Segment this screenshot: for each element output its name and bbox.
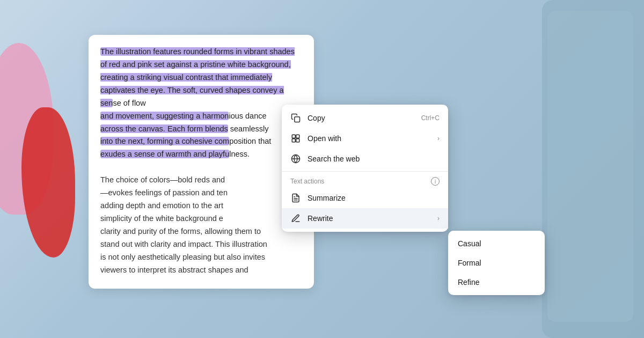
search-web-label: Search the web — [308, 155, 440, 163]
text-actions-label: Text actions — [290, 178, 324, 185]
menu-item-rewrite[interactable]: Rewrite › — [282, 208, 448, 229]
copy-icon — [290, 113, 301, 123]
menu-item-open-with[interactable]: Open with › — [282, 128, 448, 149]
highlighted-text-3: across the canvas. Each form blends — [100, 124, 228, 133]
svg-rect-1 — [292, 135, 295, 138]
summarize-icon — [290, 193, 301, 203]
text-actions-section: Text actions i — [282, 174, 448, 188]
svg-rect-2 — [296, 135, 299, 138]
highlighted-text-4: into the next, forming a cohesive com — [100, 137, 229, 145]
menu-item-search-web[interactable]: Search the web — [282, 149, 448, 169]
submenu: Casual Formal Refine — [448, 231, 545, 295]
refine-label: Refine — [458, 278, 479, 286]
submenu-item-formal[interactable]: Formal — [448, 253, 545, 273]
summarize-label: Summarize — [308, 194, 440, 202]
svg-rect-4 — [296, 139, 299, 142]
casual-label: Casual — [458, 239, 481, 248]
highlighted-text-5: exudes a sense of warmth and playfu — [100, 150, 229, 158]
copy-label: Copy — [308, 114, 415, 122]
formal-label: Formal — [458, 259, 481, 267]
open-with-arrow: › — [437, 135, 440, 142]
paragraph-1: The illustration features rounded forms … — [100, 46, 302, 161]
text-card: The illustration features rounded forms … — [89, 35, 314, 289]
menu-divider-1 — [282, 171, 448, 172]
context-menu: Copy Ctrl+C Open with › Search the web — [282, 105, 448, 232]
rewrite-label: Rewrite — [308, 214, 431, 223]
menu-item-summarize[interactable]: Summarize — [282, 188, 448, 208]
paragraph-2: The choice of colors—bold reds and —evok… — [100, 174, 302, 276]
open-with-label: Open with — [308, 134, 431, 143]
svg-rect-0 — [295, 117, 300, 122]
search-web-icon — [290, 153, 301, 164]
svg-rect-3 — [292, 139, 295, 142]
submenu-item-casual[interactable]: Casual — [448, 234, 545, 253]
rewrite-icon — [290, 213, 301, 224]
copy-shortcut: Ctrl+C — [421, 114, 440, 122]
deco-right-inner — [547, 11, 633, 322]
rewrite-arrow: › — [437, 215, 440, 222]
open-with-icon — [290, 133, 301, 144]
submenu-item-refine[interactable]: Refine — [448, 273, 545, 292]
info-icon[interactable]: i — [431, 177, 440, 186]
menu-item-copy[interactable]: Copy Ctrl+C — [282, 108, 448, 128]
highlighted-text-2: and movement, suggesting a harmon — [100, 112, 229, 120]
